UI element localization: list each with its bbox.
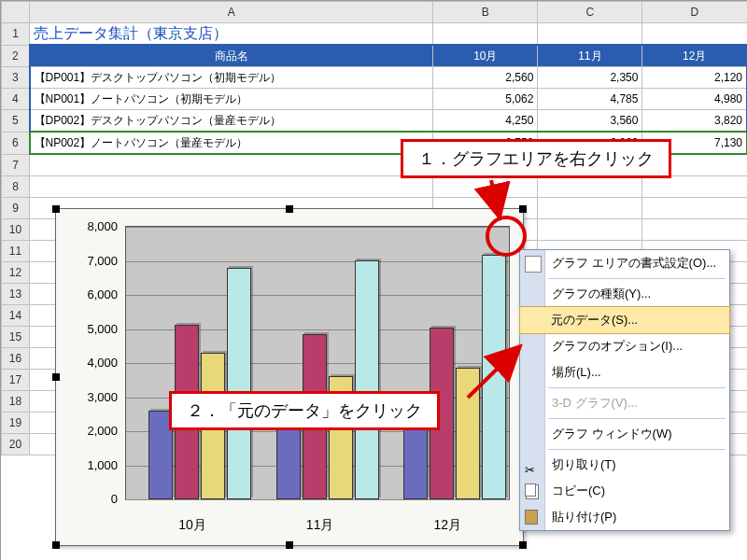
table-header-m1[interactable]: 10月 — [433, 45, 538, 67]
cell-name[interactable]: 【NP002】ノートパソコン（量産モデル） — [30, 132, 433, 154]
context-menu: グラフ エリアの書式設定(O)... グラフの種類(Y)... 元のデータ(S)… — [519, 249, 730, 531]
menu-cut[interactable]: ✂切り取り(T) — [520, 452, 729, 478]
row-header[interactable]: 11 — [2, 241, 30, 262]
col-header-d[interactable]: D — [642, 2, 747, 23]
menu-copy[interactable]: コピー(C) — [520, 478, 729, 504]
x-tick-label: 10月 — [178, 517, 206, 534]
cell[interactable]: 3,820 — [642, 110, 747, 133]
row-header[interactable]: 18 — [2, 391, 30, 413]
cell-name[interactable]: 【DP001】デスクトップパソコン（初期モデル） — [30, 67, 433, 89]
sheet-title[interactable]: 売上データ集計（東京支店） — [30, 23, 433, 46]
y-tick-label: 1,000 — [65, 457, 118, 471]
cell[interactable]: 3,560 — [538, 110, 642, 133]
menu-format-chart[interactable]: グラフ エリアの書式設定(O)... — [520, 250, 729, 276]
row-header[interactable]: 19 — [2, 413, 30, 434]
row-header[interactable]: 20 — [2, 434, 30, 455]
cell[interactable]: 4,250 — [433, 110, 538, 133]
menu-location[interactable]: 場所(L)... — [520, 359, 729, 385]
row-header[interactable]: 14 — [2, 305, 30, 327]
table-header-m3[interactable]: 12月 — [642, 45, 747, 67]
x-tick-label: 11月 — [306, 517, 334, 534]
row-header[interactable]: 6 — [2, 132, 30, 154]
row-header[interactable]: 5 — [2, 110, 30, 133]
row-header[interactable]: 4 — [2, 89, 30, 110]
row-header[interactable]: 15 — [2, 327, 30, 348]
cell[interactable]: 2,560 — [433, 67, 538, 89]
row-header[interactable]: 12 — [2, 262, 30, 284]
cell-name[interactable]: 【DP002】デスクトップパソコン（量産モデル） — [30, 110, 433, 133]
cell[interactable]: 4,785 — [538, 89, 642, 110]
scissors-icon: ✂ — [525, 457, 540, 472]
y-tick-label: 4,000 — [65, 356, 118, 370]
chart-object[interactable]: 01,0002,0003,0004,0005,0006,0007,0008,00… — [55, 208, 524, 546]
format-icon — [525, 256, 542, 273]
col-header-c[interactable]: C — [538, 2, 642, 23]
row-header[interactable]: 10 — [2, 219, 30, 241]
paste-icon — [525, 510, 538, 525]
cell-name[interactable]: 【NP001】ノートパソコン（初期モデル） — [30, 89, 433, 110]
bar[interactable] — [482, 255, 506, 499]
menu-chart-options[interactable]: グラフのオプション(I)... — [520, 333, 729, 359]
corner-cell[interactable] — [2, 2, 30, 23]
col-header-a[interactable]: A — [30, 2, 433, 23]
row-header[interactable]: 3 — [2, 67, 30, 89]
row-header[interactable]: 13 — [2, 284, 30, 305]
row-header[interactable]: 17 — [2, 370, 30, 391]
menu-source-data[interactable]: 元のデータ(S)... — [519, 306, 730, 334]
col-header-b[interactable]: B — [433, 2, 538, 23]
cell[interactable]: 2,350 — [538, 67, 642, 89]
cell[interactable]: 2,120 — [642, 67, 747, 89]
y-tick-label: 3,000 — [65, 389, 118, 403]
bar[interactable] — [456, 368, 480, 499]
copy-icon — [525, 483, 536, 497]
y-tick-label: 0 — [65, 492, 118, 506]
highlight-circle — [486, 216, 527, 257]
y-tick-label: 2,000 — [65, 424, 118, 438]
row-header[interactable]: 2 — [2, 45, 30, 67]
bar[interactable] — [227, 268, 251, 499]
y-tick-label: 6,000 — [65, 287, 118, 301]
table-header-m2[interactable]: 11月 — [538, 45, 642, 67]
y-tick-label: 8,000 — [65, 219, 118, 233]
row-header[interactable]: 16 — [2, 348, 30, 370]
menu-chart-window[interactable]: グラフ ウィンドウ(W) — [520, 421, 729, 447]
bar[interactable] — [355, 260, 379, 499]
cell[interactable]: 4,980 — [642, 89, 747, 110]
callout-step2: ２．「元のデータ」をクリック — [169, 391, 440, 430]
y-tick-label: 5,000 — [65, 321, 118, 335]
row-header[interactable]: 8 — [2, 176, 30, 198]
bar[interactable] — [403, 426, 428, 499]
row-header[interactable]: 7 — [2, 154, 30, 176]
menu-chart-type[interactable]: グラフの種類(Y)... — [520, 281, 729, 307]
cell[interactable]: 5,062 — [433, 89, 538, 110]
callout-step1: １．グラフエリアを右クリック — [401, 139, 671, 178]
menu-paste[interactable]: 貼り付け(P) — [520, 504, 729, 530]
menu-3d-chart: 3-D グラフ(V)... — [520, 390, 729, 416]
x-tick-label: 12月 — [434, 517, 462, 534]
table-header-name[interactable]: 商品名 — [30, 45, 433, 67]
row-header[interactable]: 9 — [2, 198, 30, 219]
row-header[interactable]: 1 — [2, 23, 30, 46]
plot-area[interactable] — [125, 226, 510, 500]
y-tick-label: 7,000 — [65, 253, 118, 267]
